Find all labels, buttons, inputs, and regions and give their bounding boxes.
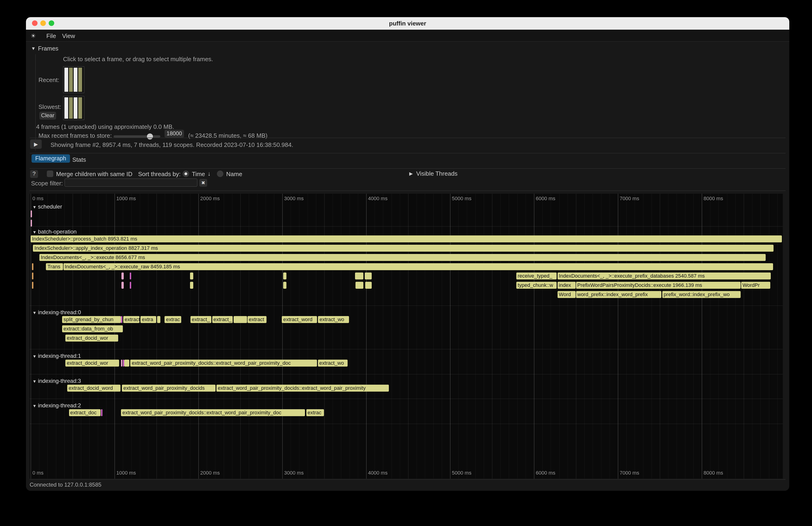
flame-scope-bar[interactable]: IndexDocuments<_, _>::execute_prefix_dat… (557, 273, 770, 279)
sort-name-label[interactable]: Name (226, 171, 242, 177)
max-frames-slider[interactable] (114, 135, 160, 138)
flame-scope-bar[interactable] (234, 316, 247, 323)
thread-group-header[interactable]: ▼indexing-thread:1 (32, 353, 81, 359)
flame-scope-bar[interactable] (190, 273, 193, 279)
flamegraph-canvas[interactable]: 0 ms0 ms1000 ms1000 ms2000 ms2000 ms3000… (30, 194, 783, 479)
flame-scope-bar[interactable]: extract (247, 316, 267, 323)
flame-scope-bar[interactable]: IndexScheduler>::apply_index_operation 8… (33, 245, 773, 252)
flame-scope-bar[interactable] (31, 210, 32, 217)
flame-scope-bar[interactable]: extract_word_pair_proximity_docids (122, 385, 216, 392)
flame-scope-bar[interactable] (356, 282, 363, 289)
flame-scope-bar[interactable] (365, 273, 372, 279)
flame-scope-bar[interactable] (122, 273, 124, 279)
flame-scope-bar[interactable] (32, 263, 33, 270)
thread-group-header[interactable]: ▼batch-operation (32, 229, 77, 235)
max-frames-slider-knob[interactable] (147, 133, 153, 140)
thread-group-header[interactable]: ▼indexing-thread:2 (32, 402, 81, 409)
help-button[interactable]: ? (30, 170, 38, 178)
flame-scope-bar[interactable] (130, 282, 131, 289)
title-bar[interactable]: puffin viewer (26, 17, 789, 30)
merge-children-checkbox[interactable] (47, 171, 53, 177)
flame-scope-bar[interactable] (101, 409, 103, 416)
tab-flamegraph[interactable]: Flamegraph (31, 154, 70, 163)
flame-scope-bar[interactable] (365, 282, 372, 289)
play-button[interactable]: ▶ (30, 140, 42, 149)
menu-item-file[interactable]: File (46, 32, 56, 39)
flame-scope-bar[interactable] (355, 273, 363, 279)
thread-group-header[interactable]: ▼indexing-thread:3 (32, 378, 81, 384)
flame-scope-bar[interactable]: IndexScheduler>::process_batch 8953.821 … (31, 235, 782, 243)
frames-header[interactable]: Frames (38, 45, 58, 52)
flame-scope-bar[interactable] (283, 273, 287, 279)
flame-scope-bar[interactable]: split_grenad_by_chun (62, 316, 121, 323)
flame-scope-bar[interactable] (121, 360, 122, 367)
recent-frames-thumbnail[interactable] (63, 66, 84, 93)
frames-collapse-icon[interactable]: ▼ (31, 46, 36, 51)
sort-time-radio[interactable] (183, 171, 189, 177)
flame-scope-bar[interactable]: receive_typed_ (516, 273, 556, 279)
flame-scope-bar[interactable] (283, 282, 287, 289)
max-frames-value[interactable]: 18000 (164, 130, 184, 138)
flame-scope-bar[interactable] (122, 282, 124, 289)
time-tick-label: 4000 ms (368, 470, 388, 476)
flame-scope-bar[interactable]: extrac (306, 409, 324, 416)
flame-scope-bar[interactable]: extra (141, 316, 156, 323)
flame-scope-bar[interactable] (32, 273, 33, 279)
flame-scope-bar[interactable]: extract_ (190, 316, 211, 323)
flame-scope-bar[interactable]: extract::data_from_ob (62, 325, 123, 332)
flame-scope-bar[interactable] (157, 316, 160, 323)
recent-frames-bars[interactable] (64, 68, 83, 92)
flame-scope-bar[interactable]: typed_chunk::w (516, 282, 556, 289)
flame-scope-bar[interactable] (190, 282, 193, 289)
menu-item-view[interactable]: View (62, 32, 75, 39)
flame-scope-bar[interactable] (122, 360, 124, 367)
thread-separator (30, 349, 783, 349)
flame-scope-bar[interactable]: WordPr (741, 282, 770, 289)
flame-scope-bar[interactable]: prefix_word::index_prefix_wo (662, 291, 741, 298)
flame-scope-bar[interactable]: extract_wo (318, 360, 348, 367)
frames-summary: 4 frames (1 unpacked) using approximatel… (36, 123, 174, 130)
clear-button[interactable]: Clear (39, 112, 56, 120)
tab-stats[interactable]: Stats (72, 156, 86, 163)
flame-scope-bar[interactable]: IndexDocuments<_, _>::execute_raw 8459.1… (63, 263, 773, 270)
visible-threads-header[interactable]: Visible Threads (416, 170, 458, 177)
flame-scope-bar[interactable]: extract_docid_word (67, 385, 120, 392)
flame-scope-bar[interactable]: extract_docid_wor (66, 335, 118, 341)
thread-group-header[interactable]: ▼scheduler (32, 203, 62, 210)
flame-scope-bar[interactable]: extrac (164, 316, 181, 323)
thread-group-label: indexing-thread:3 (38, 378, 81, 384)
thread-group-header[interactable]: ▼indexing-thread:0 (32, 309, 81, 316)
flame-scope-bar[interactable] (31, 220, 32, 227)
clear-filter-button[interactable]: ✖ (199, 179, 207, 187)
flame-scope-bar[interactable]: Trans (46, 263, 63, 270)
flame-scope-bar[interactable]: extract_ (212, 316, 233, 323)
slowest-frames-bars[interactable] (64, 97, 83, 119)
flame-scope-bar[interactable] (124, 360, 129, 367)
flame-scope-bar[interactable]: extract_word (282, 316, 317, 323)
flame-scope-bar[interactable]: index (557, 282, 576, 289)
flame-scope-bar[interactable] (32, 282, 33, 289)
collapse-triangle-icon: ▼ (32, 205, 37, 209)
flame-scope-bar[interactable]: Word (557, 291, 576, 298)
scope-filter-input[interactable] (64, 178, 198, 187)
flame-scope-bar[interactable] (130, 273, 131, 279)
flame-scope-bar[interactable]: extract_word_pair_proximity_docids::extr… (216, 385, 389, 392)
frame-info: Showing frame #2, 8957.4 ms, 7 threads, … (50, 141, 293, 148)
slowest-frames-thumbnail[interactable] (63, 96, 84, 120)
flame-scope-bar[interactable]: extract_wo (318, 316, 349, 323)
flame-scope-bar[interactable]: extract_word_pair_proximity_docids::extr… (130, 360, 317, 367)
sort-direction-icon[interactable]: ↓ (208, 170, 211, 177)
flame-scope-bar[interactable]: extract_doc (69, 409, 101, 416)
flame-scope-bar[interactable]: word_prefix::index_word_prefix (576, 291, 662, 298)
visible-threads-collapse-icon[interactable]: ▶ (409, 171, 413, 176)
flame-scope-bar[interactable]: PrefixWordPairsProximityDocids::execute … (576, 282, 741, 289)
flame-scope-bar[interactable]: extract_word_pair_proximity_docids::extr… (121, 409, 305, 416)
flame-scope-bar[interactable]: extract (123, 316, 140, 323)
theme-toggle-icon[interactable]: ☀ (31, 32, 36, 39)
thread-separator (30, 305, 783, 306)
flame-scope-bar[interactable]: IndexDocuments<_, _>::execute 8656.677 m… (39, 254, 766, 261)
sort-time-label[interactable]: Time (192, 171, 205, 177)
sort-name-radio[interactable] (217, 171, 223, 177)
flame-scope-bar[interactable] (121, 316, 122, 323)
flame-scope-bar[interactable]: extract_docid_wor (66, 360, 119, 367)
